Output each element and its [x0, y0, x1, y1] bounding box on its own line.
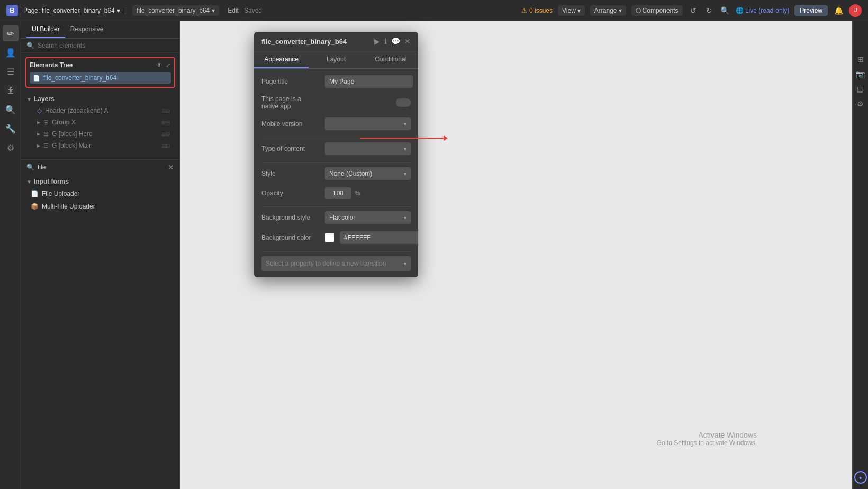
tree-page-item[interactable]: 📄 file_converter_binary_b64: [30, 72, 171, 84]
clear-search-button[interactable]: ✕: [168, 163, 174, 171]
layer-item-hero[interactable]: ▸ ⊟ G [block] Hero ⊞⊟: [26, 128, 174, 140]
opacity-wrap: 100 %: [325, 187, 411, 199]
live-button[interactable]: 🌐 Live (read-only): [736, 7, 790, 14]
search-button[interactable]: 🔍: [720, 5, 730, 16]
input-forms-section: ▼ Input forms 📄 File Uploader 📦 Multi-Fi…: [21, 175, 179, 216]
opacity-value[interactable]: 100: [325, 187, 351, 199]
sub-tabs: UI Builder Responsive: [21, 21, 179, 39]
activate-windows-watermark: Activate Windows Go to Settings to activ…: [657, 431, 757, 447]
eye-icon[interactable]: 👁: [156, 61, 162, 69]
tab-responsive[interactable]: Responsive: [65, 21, 109, 38]
tab-ui-builder[interactable]: UI Builder: [26, 21, 65, 38]
chevron-down-icon: ▼: [26, 179, 32, 185]
color-swatch[interactable]: [325, 233, 334, 242]
component-icon: ◇: [37, 107, 42, 114]
close-icon[interactable]: ✕: [404, 37, 411, 46]
content-type-select[interactable]: [325, 142, 411, 155]
sidebar-item-users[interactable]: 👤: [3, 44, 19, 60]
right-sidebar: ⊞ 📷 ▤ ⚙ ●: [852, 21, 868, 489]
info-icon[interactable]: ℹ: [384, 37, 387, 46]
sidebar-item-search[interactable]: 🔍: [3, 102, 19, 117]
native-app-toggle[interactable]: [396, 98, 411, 107]
grid-icon[interactable]: ⊞: [854, 53, 867, 66]
layer-item-groupx[interactable]: ▸ ⊟ Group X ⊞⊟: [26, 116, 174, 128]
layers-section: ▼ Layers ◇ Header (zqbackend) A ⊞⊟ ▸ ⊟ G…: [21, 92, 179, 155]
panel-divider-2: [261, 162, 411, 163]
transition-row: Select a property to define a new transi…: [261, 256, 411, 271]
tab-conditional[interactable]: Conditional: [364, 51, 418, 68]
panel-header-icons: ▶ ℹ 💬 ✕: [374, 37, 411, 46]
layer-label: G [block] Hero: [52, 130, 93, 138]
notification-icon[interactable]: 🔔: [833, 5, 844, 16]
style-label: Style: [261, 170, 320, 177]
special-button[interactable]: ●: [854, 471, 867, 484]
page-selector[interactable]: Page: file_converter_binary_b64 ▾: [23, 7, 120, 14]
file-uploader-item[interactable]: 📄 File Uploader: [26, 187, 174, 200]
multi-file-uploader-item[interactable]: 📦 Multi-File Uploader: [26, 200, 174, 213]
layer-item-main[interactable]: ▸ ⊟ G [block] Main ⊞⊟: [26, 140, 174, 151]
input-forms-header[interactable]: ▼ Input forms: [26, 178, 174, 185]
main-content: file_converter_binary_b64 ▶ ℹ 💬 ✕ Appear…: [180, 21, 852, 489]
content-type-select-wrap: [325, 142, 411, 155]
bg-style-select-wrap: Flat color: [325, 211, 411, 224]
redo-button[interactable]: ↻: [704, 5, 715, 16]
style-row: Style None (Custom): [261, 167, 411, 180]
saved-label: Saved: [244, 7, 262, 14]
undo-button[interactable]: ↺: [688, 5, 699, 16]
user-avatar[interactable]: U: [849, 4, 862, 17]
search-icon: 🔍: [26, 164, 34, 171]
layer-item-header[interactable]: ◇ Header (zqbackend) A ⊞⊟: [26, 105, 174, 116]
chevron-right-icon: ▸: [37, 119, 40, 126]
transition-select[interactable]: Select a property to define a new transi…: [261, 256, 411, 271]
expand-icon[interactable]: ⤢: [166, 61, 171, 69]
arrange-button[interactable]: Arrange ▾: [590, 5, 626, 16]
panel-divider-4: [261, 251, 411, 252]
view-button[interactable]: View ▾: [558, 5, 585, 16]
app-logo: B: [6, 5, 18, 16]
preview-button[interactable]: Preview: [794, 5, 828, 16]
sidebar-item-ui-builder[interactable]: ✏: [3, 25, 19, 41]
play-icon[interactable]: ▶: [374, 37, 380, 46]
issues-button[interactable]: ⚠ 0 issues: [521, 7, 553, 14]
dot-icon: ●: [858, 475, 862, 481]
sidebar-item-settings[interactable]: ⚙: [3, 140, 19, 156]
separator: |: [125, 6, 127, 14]
bg-color-row: Background color: [261, 231, 411, 244]
layer-label: Header (zqbackend) A: [45, 107, 108, 114]
chat-icon[interactable]: 💬: [391, 37, 400, 46]
sidebar-item-tools[interactable]: 🔧: [3, 121, 19, 137]
branch-selector[interactable]: file_converter_binary_b64 ▾: [132, 5, 219, 16]
elements-tree-icons: 👁 ⤢: [156, 61, 171, 69]
tab-appearance[interactable]: Appearance: [254, 51, 309, 68]
bg-color-input[interactable]: [340, 231, 418, 244]
gear-icon[interactable]: ⚙: [854, 97, 867, 110]
edit-label: Edit: [228, 7, 239, 14]
camera-icon[interactable]: 📷: [854, 68, 867, 80]
main-layout: ✏ 👤 ☰ 🗄 🔍 🔧 ⚙ UI Builder Responsive 🔍 El…: [0, 21, 868, 489]
block-icon: ⊟: [43, 130, 49, 138]
tab-layout[interactable]: Layout: [309, 51, 363, 68]
search-elements-input[interactable]: [38, 42, 174, 49]
sidebar-item-database[interactable]: 🗄: [3, 83, 19, 98]
layers-header[interactable]: ▼ Layers: [26, 95, 174, 103]
panel-header: file_converter_binary_b64 ▶ ℹ 💬 ✕: [254, 32, 418, 51]
page-title-label: Page title: [261, 78, 320, 85]
mobile-version-label: Mobile version: [261, 120, 320, 128]
components-label: Components: [643, 7, 679, 14]
search-forms-bar: 🔍 ✕: [21, 159, 179, 175]
bg-color-label: Background color: [261, 234, 320, 241]
mobile-version-select-wrap: [325, 117, 411, 130]
divider: [21, 157, 179, 157]
mobile-version-select[interactable]: [325, 117, 411, 130]
style-select[interactable]: None (Custom): [325, 167, 411, 180]
sidebar-item-data[interactable]: ☰: [3, 64, 19, 79]
page-title-input[interactable]: [325, 75, 413, 88]
input-forms-title: Input forms: [34, 178, 69, 185]
layers-panel-icon[interactable]: ▤: [854, 83, 867, 95]
group-icon: ⊟: [43, 119, 49, 126]
native-app-row: This page is a native app: [261, 95, 411, 110]
bg-style-row: Background style Flat color: [261, 211, 411, 224]
bg-style-select[interactable]: Flat color: [325, 211, 411, 224]
search-forms-input[interactable]: [38, 164, 165, 171]
components-button[interactable]: ⬡ Components: [631, 5, 683, 16]
